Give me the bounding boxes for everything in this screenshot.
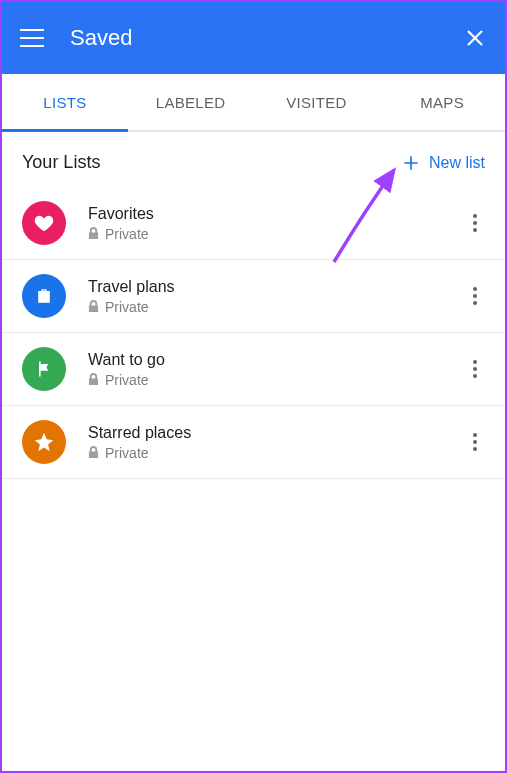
more-icon[interactable] <box>465 422 485 462</box>
flag-icon <box>22 347 66 391</box>
more-icon[interactable] <box>465 276 485 316</box>
section-header: Your Lists New list <box>2 132 505 187</box>
heart-icon <box>22 201 66 245</box>
list-name: Travel plans <box>88 278 465 296</box>
list-name: Favorites <box>88 205 465 223</box>
lock-icon <box>88 300 99 313</box>
list-text: Starred places Private <box>88 424 465 461</box>
tab-maps[interactable]: MAPS <box>379 74 505 130</box>
menu-icon[interactable] <box>20 26 44 50</box>
list-text: Want to go Private <box>88 351 465 388</box>
suitcase-icon <box>22 274 66 318</box>
lock-icon <box>88 446 99 459</box>
new-list-label: New list <box>429 154 485 172</box>
list-item[interactable]: Want to go Private <box>2 333 505 406</box>
close-icon[interactable] <box>463 26 487 50</box>
section-title: Your Lists <box>22 152 100 173</box>
more-icon[interactable] <box>465 349 485 389</box>
star-icon <box>22 420 66 464</box>
tab-labeled[interactable]: LABELED <box>128 74 254 130</box>
plus-icon <box>401 153 421 173</box>
page-title: Saved <box>70 25 463 51</box>
list-name: Want to go <box>88 351 465 369</box>
list-privacy: Private <box>88 226 465 242</box>
list-text: Favorites Private <box>88 205 465 242</box>
tab-lists[interactable]: LISTS <box>2 74 128 130</box>
list-item[interactable]: Favorites Private <box>2 187 505 260</box>
new-list-button[interactable]: New list <box>401 153 485 173</box>
tab-bar: LISTS LABELED VISITED MAPS <box>2 74 505 132</box>
list-text: Travel plans Private <box>88 278 465 315</box>
list-name: Starred places <box>88 424 465 442</box>
more-icon[interactable] <box>465 203 485 243</box>
list-item[interactable]: Travel plans Private <box>2 260 505 333</box>
lock-icon <box>88 373 99 386</box>
list-item[interactable]: Starred places Private <box>2 406 505 479</box>
list-privacy: Private <box>88 299 465 315</box>
app-header: Saved <box>2 2 505 74</box>
lock-icon <box>88 227 99 240</box>
tab-visited[interactable]: VISITED <box>254 74 380 130</box>
list-privacy: Private <box>88 372 465 388</box>
list-privacy: Private <box>88 445 465 461</box>
